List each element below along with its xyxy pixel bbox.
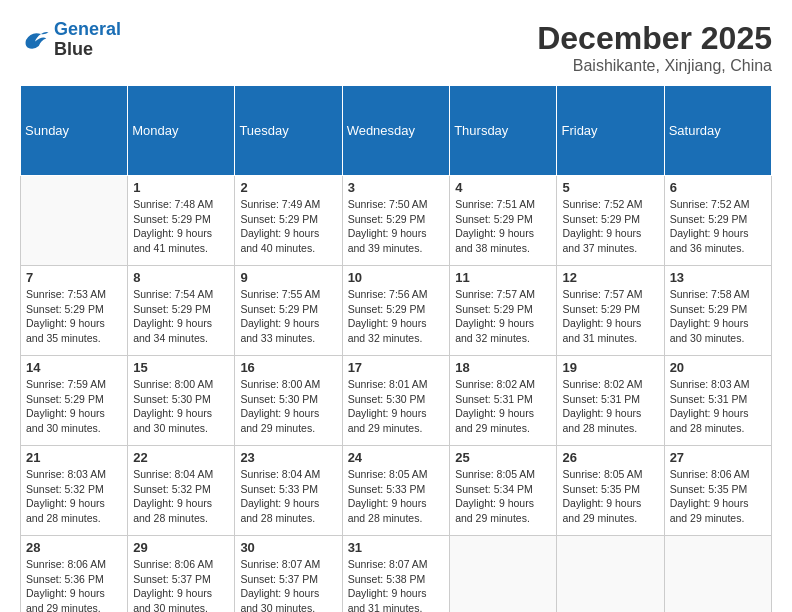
day-number: 31 <box>348 540 445 555</box>
day-info: Sunrise: 8:06 AM Sunset: 5:35 PM Dayligh… <box>670 467 766 526</box>
page-header: GeneralBlue December 2025 Baishikante, X… <box>20 20 772 75</box>
day-cell: 24Sunrise: 8:05 AM Sunset: 5:33 PM Dayli… <box>342 446 450 536</box>
week-row: 21Sunrise: 8:03 AM Sunset: 5:32 PM Dayli… <box>21 446 772 536</box>
day-number: 11 <box>455 270 551 285</box>
day-cell: 28Sunrise: 8:06 AM Sunset: 5:36 PM Dayli… <box>21 536 128 613</box>
day-info: Sunrise: 8:07 AM Sunset: 5:37 PM Dayligh… <box>240 557 336 612</box>
title-block: December 2025 Baishikante, Xinjiang, Chi… <box>537 20 772 75</box>
day-info: Sunrise: 8:02 AM Sunset: 5:31 PM Dayligh… <box>455 377 551 436</box>
day-info: Sunrise: 7:54 AM Sunset: 5:29 PM Dayligh… <box>133 287 229 346</box>
day-number: 21 <box>26 450 122 465</box>
day-number: 14 <box>26 360 122 375</box>
day-number: 20 <box>670 360 766 375</box>
day-info: Sunrise: 8:00 AM Sunset: 5:30 PM Dayligh… <box>240 377 336 436</box>
day-cell: 9Sunrise: 7:55 AM Sunset: 5:29 PM Daylig… <box>235 266 342 356</box>
month-year-title: December 2025 <box>537 20 772 57</box>
weekday-cell: Thursday <box>450 86 557 176</box>
day-info: Sunrise: 7:57 AM Sunset: 5:29 PM Dayligh… <box>455 287 551 346</box>
day-cell: 5Sunrise: 7:52 AM Sunset: 5:29 PM Daylig… <box>557 176 664 266</box>
day-number: 23 <box>240 450 336 465</box>
day-info: Sunrise: 8:01 AM Sunset: 5:30 PM Dayligh… <box>348 377 445 436</box>
day-info: Sunrise: 7:48 AM Sunset: 5:29 PM Dayligh… <box>133 197 229 256</box>
day-number: 5 <box>562 180 658 195</box>
day-cell: 2Sunrise: 7:49 AM Sunset: 5:29 PM Daylig… <box>235 176 342 266</box>
day-cell: 18Sunrise: 8:02 AM Sunset: 5:31 PM Dayli… <box>450 356 557 446</box>
day-cell: 20Sunrise: 8:03 AM Sunset: 5:31 PM Dayli… <box>664 356 771 446</box>
day-number: 30 <box>240 540 336 555</box>
location-subtitle: Baishikante, Xinjiang, China <box>537 57 772 75</box>
weekday-cell: Tuesday <box>235 86 342 176</box>
day-info: Sunrise: 8:03 AM Sunset: 5:31 PM Dayligh… <box>670 377 766 436</box>
day-number: 27 <box>670 450 766 465</box>
day-number: 12 <box>562 270 658 285</box>
day-info: Sunrise: 8:07 AM Sunset: 5:38 PM Dayligh… <box>348 557 445 612</box>
day-number: 18 <box>455 360 551 375</box>
weekday-cell: Saturday <box>664 86 771 176</box>
day-info: Sunrise: 7:57 AM Sunset: 5:29 PM Dayligh… <box>562 287 658 346</box>
day-info: Sunrise: 8:05 AM Sunset: 5:35 PM Dayligh… <box>562 467 658 526</box>
day-info: Sunrise: 7:52 AM Sunset: 5:29 PM Dayligh… <box>670 197 766 256</box>
day-cell: 7Sunrise: 7:53 AM Sunset: 5:29 PM Daylig… <box>21 266 128 356</box>
day-number: 1 <box>133 180 229 195</box>
day-info: Sunrise: 8:03 AM Sunset: 5:32 PM Dayligh… <box>26 467 122 526</box>
day-cell: 22Sunrise: 8:04 AM Sunset: 5:32 PM Dayli… <box>128 446 235 536</box>
day-number: 13 <box>670 270 766 285</box>
calendar-body: 1Sunrise: 7:48 AM Sunset: 5:29 PM Daylig… <box>21 176 772 613</box>
day-info: Sunrise: 8:02 AM Sunset: 5:31 PM Dayligh… <box>562 377 658 436</box>
day-number: 3 <box>348 180 445 195</box>
day-number: 17 <box>348 360 445 375</box>
day-cell: 16Sunrise: 8:00 AM Sunset: 5:30 PM Dayli… <box>235 356 342 446</box>
day-number: 4 <box>455 180 551 195</box>
day-number: 24 <box>348 450 445 465</box>
day-cell: 10Sunrise: 7:56 AM Sunset: 5:29 PM Dayli… <box>342 266 450 356</box>
day-cell <box>450 536 557 613</box>
day-cell: 12Sunrise: 7:57 AM Sunset: 5:29 PM Dayli… <box>557 266 664 356</box>
day-cell: 19Sunrise: 8:02 AM Sunset: 5:31 PM Dayli… <box>557 356 664 446</box>
day-info: Sunrise: 7:55 AM Sunset: 5:29 PM Dayligh… <box>240 287 336 346</box>
day-number: 26 <box>562 450 658 465</box>
calendar-table: SundayMondayTuesdayWednesdayThursdayFrid… <box>20 85 772 612</box>
day-info: Sunrise: 7:56 AM Sunset: 5:29 PM Dayligh… <box>348 287 445 346</box>
day-cell: 6Sunrise: 7:52 AM Sunset: 5:29 PM Daylig… <box>664 176 771 266</box>
logo-text: GeneralBlue <box>54 20 121 60</box>
day-number: 22 <box>133 450 229 465</box>
weekday-cell: Friday <box>557 86 664 176</box>
day-cell: 4Sunrise: 7:51 AM Sunset: 5:29 PM Daylig… <box>450 176 557 266</box>
weekday-header-row: SundayMondayTuesdayWednesdayThursdayFrid… <box>21 86 772 176</box>
weekday-cell: Wednesday <box>342 86 450 176</box>
day-info: Sunrise: 8:06 AM Sunset: 5:37 PM Dayligh… <box>133 557 229 612</box>
day-cell: 1Sunrise: 7:48 AM Sunset: 5:29 PM Daylig… <box>128 176 235 266</box>
day-cell: 8Sunrise: 7:54 AM Sunset: 5:29 PM Daylig… <box>128 266 235 356</box>
day-cell: 13Sunrise: 7:58 AM Sunset: 5:29 PM Dayli… <box>664 266 771 356</box>
day-info: Sunrise: 7:49 AM Sunset: 5:29 PM Dayligh… <box>240 197 336 256</box>
day-info: Sunrise: 8:05 AM Sunset: 5:34 PM Dayligh… <box>455 467 551 526</box>
day-cell: 3Sunrise: 7:50 AM Sunset: 5:29 PM Daylig… <box>342 176 450 266</box>
day-cell: 17Sunrise: 8:01 AM Sunset: 5:30 PM Dayli… <box>342 356 450 446</box>
day-cell: 11Sunrise: 7:57 AM Sunset: 5:29 PM Dayli… <box>450 266 557 356</box>
weekday-cell: Monday <box>128 86 235 176</box>
day-number: 6 <box>670 180 766 195</box>
day-info: Sunrise: 7:50 AM Sunset: 5:29 PM Dayligh… <box>348 197 445 256</box>
day-number: 16 <box>240 360 336 375</box>
day-number: 10 <box>348 270 445 285</box>
day-cell <box>557 536 664 613</box>
day-number: 25 <box>455 450 551 465</box>
day-info: Sunrise: 7:52 AM Sunset: 5:29 PM Dayligh… <box>562 197 658 256</box>
day-info: Sunrise: 8:04 AM Sunset: 5:32 PM Dayligh… <box>133 467 229 526</box>
day-cell: 31Sunrise: 8:07 AM Sunset: 5:38 PM Dayli… <box>342 536 450 613</box>
week-row: 1Sunrise: 7:48 AM Sunset: 5:29 PM Daylig… <box>21 176 772 266</box>
day-info: Sunrise: 7:53 AM Sunset: 5:29 PM Dayligh… <box>26 287 122 346</box>
day-cell: 30Sunrise: 8:07 AM Sunset: 5:37 PM Dayli… <box>235 536 342 613</box>
day-cell: 23Sunrise: 8:04 AM Sunset: 5:33 PM Dayli… <box>235 446 342 536</box>
day-info: Sunrise: 8:05 AM Sunset: 5:33 PM Dayligh… <box>348 467 445 526</box>
day-cell <box>664 536 771 613</box>
day-cell: 29Sunrise: 8:06 AM Sunset: 5:37 PM Dayli… <box>128 536 235 613</box>
weekday-cell: Sunday <box>21 86 128 176</box>
day-cell: 27Sunrise: 8:06 AM Sunset: 5:35 PM Dayli… <box>664 446 771 536</box>
day-number: 15 <box>133 360 229 375</box>
day-cell: 15Sunrise: 8:00 AM Sunset: 5:30 PM Dayli… <box>128 356 235 446</box>
week-row: 28Sunrise: 8:06 AM Sunset: 5:36 PM Dayli… <box>21 536 772 613</box>
day-cell: 25Sunrise: 8:05 AM Sunset: 5:34 PM Dayli… <box>450 446 557 536</box>
day-number: 29 <box>133 540 229 555</box>
day-number: 19 <box>562 360 658 375</box>
